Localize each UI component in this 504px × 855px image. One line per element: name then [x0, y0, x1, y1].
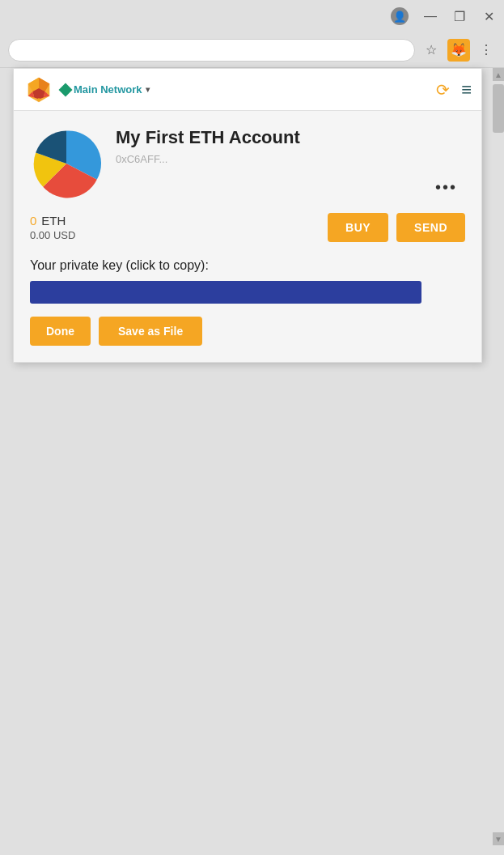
- scrollbar-track: ▲ ▼: [493, 68, 504, 845]
- popup-content: My First ETH Account 0xC6AFF... ••• 0 ET…: [14, 111, 481, 362]
- star-button[interactable]: ☆: [421, 40, 441, 60]
- usd-balance-number: 0.00: [30, 229, 50, 241]
- usd-balance: 0.00 USD: [30, 229, 75, 241]
- maximize-button[interactable]: ❐: [452, 9, 467, 23]
- scrollbar-down-button[interactable]: ▼: [493, 832, 504, 845]
- svg-point-6: [37, 98, 40, 101]
- account-info: My First ETH Account 0xC6AFF...: [116, 127, 465, 173]
- toolbar-actions: ☆ 🦊 ⋮: [421, 39, 496, 62]
- balance-row: 0 ETH 0.00 USD BUY SEND: [30, 213, 465, 242]
- network-diamond-icon: [59, 83, 73, 96]
- fox-icon: 🦊: [451, 42, 467, 57]
- scrollbar-thumb[interactable]: [493, 84, 504, 133]
- eth-unit: ETH: [41, 214, 66, 228]
- address-bar[interactable]: [8, 39, 415, 62]
- metamask-popup: Main Network ▾ ⟳ ≡: [13, 68, 482, 363]
- usd-unit: USD: [53, 229, 75, 241]
- account-name: My First ETH Account: [116, 127, 465, 148]
- account-icon[interactable]: 👤: [391, 7, 409, 25]
- account-icon-glyph: 👤: [393, 11, 406, 23]
- account-avatar-pie: [30, 127, 103, 200]
- private-key-bar[interactable]: [30, 281, 421, 304]
- more-button[interactable]: ⋮: [476, 40, 496, 60]
- minimize-button[interactable]: —: [423, 9, 438, 23]
- metamask-logo: [23, 74, 54, 105]
- mm-header: Main Network ▾ ⟳ ≡: [14, 69, 481, 111]
- buy-button[interactable]: BUY: [328, 213, 388, 242]
- chrome-frame: 👤 — ❐ ✕ ☆ 🦊 ⋮: [0, 0, 504, 855]
- metamask-extension-button[interactable]: 🦊: [447, 39, 470, 62]
- scrollbar-up-button[interactable]: ▲: [493, 68, 504, 81]
- account-options-button[interactable]: •••: [435, 178, 457, 197]
- private-key-label: Your private key (click to copy):: [30, 258, 465, 273]
- more-icon: ⋮: [480, 42, 493, 57]
- chevron-down-icon: ▾: [146, 85, 150, 94]
- action-buttons: BUY SEND: [328, 213, 465, 242]
- title-bar: 👤 — ❐ ✕: [0, 0, 504, 32]
- star-icon: ☆: [426, 42, 437, 57]
- network-label: Main Network: [74, 83, 142, 96]
- bottom-buttons: Done Save as File: [30, 317, 465, 346]
- hamburger-menu-icon[interactable]: ≡: [461, 79, 472, 100]
- header-right-actions: ⟳ ≡: [436, 79, 472, 100]
- account-address: 0xC6AFF...: [116, 153, 465, 165]
- account-section: My First ETH Account 0xC6AFF... •••: [30, 127, 465, 200]
- eth-balance-number: 0: [30, 214, 36, 228]
- title-bar-icons: 👤 — ❐ ✕: [391, 7, 496, 25]
- close-button[interactable]: ✕: [481, 9, 496, 23]
- done-button[interactable]: Done: [30, 317, 91, 346]
- eth-balance: 0 ETH: [30, 214, 75, 228]
- toolbar: ☆ 🦊 ⋮: [0, 32, 504, 68]
- send-button[interactable]: SEND: [396, 213, 465, 242]
- balance-info: 0 ETH 0.00 USD: [30, 214, 75, 241]
- network-selector[interactable]: Main Network ▾: [61, 83, 150, 96]
- refresh-account-icon[interactable]: ⟳: [436, 80, 450, 100]
- save-as-file-button[interactable]: Save as File: [99, 317, 202, 346]
